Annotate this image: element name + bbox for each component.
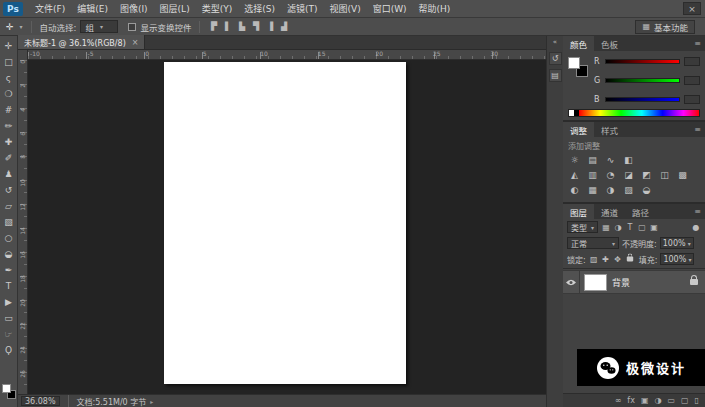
delete-layer-icon[interactable]: ▯ xyxy=(695,396,699,405)
rectangle-shape-tool[interactable]: ▭ xyxy=(1,310,17,326)
tab-layers[interactable]: 图层 xyxy=(563,204,594,219)
eyedropper-tool[interactable]: ✏ xyxy=(1,118,17,134)
hand-tool[interactable]: ☞ xyxy=(1,326,17,342)
crop-tool[interactable]: # xyxy=(1,102,17,118)
black-white-icon[interactable]: ◪ xyxy=(622,169,635,181)
tab-swatches[interactable]: 色板 xyxy=(594,36,625,51)
horizontal-ruler[interactable]: -10-5051015202530 xyxy=(28,50,546,59)
filter-pixel-layers-icon[interactable]: ▦ xyxy=(601,223,611,232)
lock-position-icon[interactable]: ✥ xyxy=(613,255,623,264)
new-group-icon[interactable]: ▭ xyxy=(667,396,675,405)
zoom-tool[interactable]: Ϙ xyxy=(1,342,17,358)
clone-stamp-tool[interactable]: ♟ xyxy=(1,166,17,182)
ruler-origin-corner[interactable] xyxy=(18,50,28,60)
quick-selection-tool[interactable]: ❍ xyxy=(1,86,17,102)
history-panel-icon[interactable]: ↺ xyxy=(549,52,562,65)
layer-filter-kind-dropdown[interactable]: 类型 ▾ xyxy=(567,221,598,233)
layer-filter-toggle-icon[interactable]: ● xyxy=(691,223,701,232)
align-top-edges-icon[interactable]: ▛ xyxy=(208,22,219,31)
dodge-tool[interactable]: ◒ xyxy=(1,246,17,262)
exposure-icon[interactable]: ◧ xyxy=(622,154,635,166)
foreground-color-swatch[interactable] xyxy=(2,384,11,393)
panel-menu-icon[interactable]: ≡ xyxy=(694,39,701,48)
new-adjustment-layer-icon[interactable]: ◑ xyxy=(654,396,661,405)
channel-mixer-icon[interactable]: ◫ xyxy=(658,169,671,181)
menu-item[interactable]: 窗口(W) xyxy=(367,0,413,18)
lock-transparent-pixels-icon[interactable]: ▨ xyxy=(589,255,599,264)
canvas-viewport[interactable] xyxy=(28,60,546,394)
color-balance-icon[interactable]: ◔ xyxy=(604,169,617,181)
filter-type-layers-icon[interactable]: T xyxy=(625,223,635,232)
tab-paths[interactable]: 路径 xyxy=(625,204,656,219)
selective-color-icon[interactable]: ◒ xyxy=(640,184,653,196)
lock-image-pixels-icon[interactable]: ✚ xyxy=(601,255,611,264)
menu-item[interactable]: 帮助(H) xyxy=(413,0,457,18)
eraser-tool[interactable]: ▱ xyxy=(1,198,17,214)
blend-mode-dropdown[interactable]: 正常 ▾ xyxy=(567,237,619,249)
red-value-field[interactable] xyxy=(684,57,700,66)
pen-tool[interactable]: ✒ xyxy=(1,262,17,278)
move-tool-preset-icon[interactable]: ✛ xyxy=(4,22,16,32)
opacity-field[interactable]: 100% ▾ xyxy=(660,237,694,249)
levels-icon[interactable]: ▤ xyxy=(586,154,599,166)
type-tool[interactable]: T xyxy=(1,278,17,294)
rectangular-marquee-tool[interactable]: □ xyxy=(1,54,17,70)
green-value-field[interactable] xyxy=(684,76,700,85)
tab-color[interactable]: 颜色 xyxy=(563,36,594,51)
brush-tool[interactable]: ✐ xyxy=(1,150,17,166)
move-tool[interactable]: ✛ xyxy=(1,38,17,54)
blue-value-field[interactable] xyxy=(684,95,700,104)
auto-select-dropdown[interactable]: 组 ▾ xyxy=(80,20,118,33)
layer-visibility-toggle[interactable] xyxy=(563,271,580,293)
vertical-ruler[interactable]: 02468101214161820222426 xyxy=(18,60,28,394)
dock-collapse-icon[interactable]: « xyxy=(549,38,562,48)
curves-icon[interactable]: ∿ xyxy=(604,154,617,166)
align-left-edges-icon[interactable]: ▜ xyxy=(250,22,261,31)
menu-item[interactable]: 类型(Y) xyxy=(196,0,239,18)
document-canvas[interactable] xyxy=(164,62,406,384)
tab-styles[interactable]: 样式 xyxy=(594,122,625,137)
panel-menu-icon[interactable]: ≡ xyxy=(694,207,701,216)
zoom-level-field[interactable]: 36.08% xyxy=(21,396,60,406)
invert-icon[interactable]: ◐ xyxy=(568,184,581,196)
tab-channels[interactable]: 通道 xyxy=(594,204,625,219)
filter-shape-layers-icon[interactable]: ▢ xyxy=(637,223,647,232)
photo-filter-icon[interactable]: ◩ xyxy=(640,169,653,181)
menu-item[interactable]: 选择(S) xyxy=(238,0,281,18)
blur-tool[interactable]: ○ xyxy=(1,230,17,246)
new-layer-icon[interactable]: ▢ xyxy=(681,396,689,405)
threshold-icon[interactable]: ◑ xyxy=(604,184,617,196)
color-spectrum-bar[interactable] xyxy=(568,109,700,117)
add-layer-mask-icon[interactable]: ▣ xyxy=(641,396,649,405)
menu-item[interactable]: 图像(I) xyxy=(114,0,154,18)
vibrance-icon[interactable]: ◭ xyxy=(568,169,581,181)
menu-item[interactable]: 编辑(E) xyxy=(71,0,114,18)
color-lookup-icon[interactable]: ▩ xyxy=(676,169,689,181)
posterize-icon[interactable]: ▦ xyxy=(586,184,599,196)
workspace-switcher[interactable]: ▦ 基本功能 xyxy=(635,20,695,34)
tool-preset-arrow-icon[interactable]: ▾ xyxy=(20,23,23,30)
menu-item[interactable]: 图层(L) xyxy=(154,0,196,18)
fill-field[interactable]: 100% ▾ xyxy=(660,253,694,265)
document-tab[interactable]: 未标题-1 @ 36.1%(RGB/8) × xyxy=(18,35,145,49)
gradient-map-icon[interactable]: ▨ xyxy=(622,184,635,196)
layer-style-icon[interactable]: fx xyxy=(627,396,635,405)
window-close-button[interactable]: × xyxy=(683,2,701,15)
align-horizontal-centers-icon[interactable]: ▐ xyxy=(264,22,275,31)
lasso-tool[interactable]: ς xyxy=(1,70,17,86)
path-selection-tool[interactable]: ▶ xyxy=(1,294,17,310)
link-layers-icon[interactable]: ∞ xyxy=(615,396,622,405)
align-vertical-centers-icon[interactable]: ▌ xyxy=(222,22,233,31)
green-slider[interactable] xyxy=(605,78,680,83)
status-menu-arrow-icon[interactable]: ▸ xyxy=(150,398,153,405)
panel-menu-icon[interactable]: ≡ xyxy=(694,125,701,134)
red-slider[interactable] xyxy=(605,59,680,64)
spot-healing-brush-tool[interactable]: ✚ xyxy=(1,134,17,150)
filter-adjustment-layers-icon[interactable]: ◑ xyxy=(613,223,623,232)
background-layer-row[interactable]: 背景 xyxy=(563,270,705,294)
align-right-edges-icon[interactable]: ▟ xyxy=(278,22,289,31)
tab-adjustments[interactable]: 调整 xyxy=(563,122,594,137)
properties-panel-icon[interactable]: ▤ xyxy=(549,69,562,82)
hue-saturation-icon[interactable]: ▥ xyxy=(586,169,599,181)
blue-slider[interactable] xyxy=(605,97,680,102)
